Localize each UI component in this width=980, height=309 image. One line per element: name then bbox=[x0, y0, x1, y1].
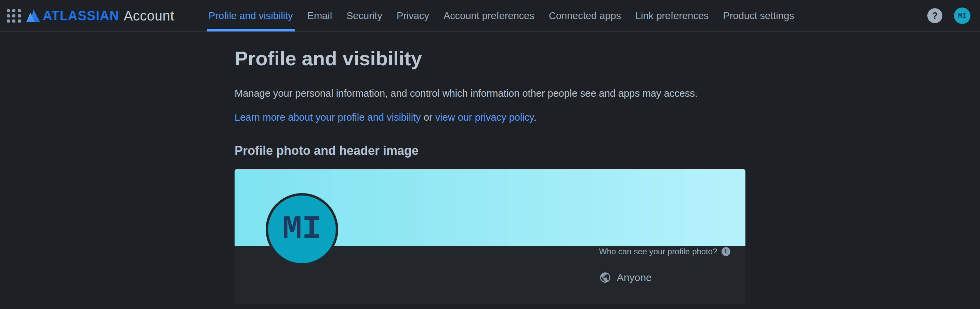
tab-profile-and-visibility[interactable]: Profile and visibility bbox=[208, 0, 293, 32]
grid-dot bbox=[18, 19, 21, 22]
period-text: . bbox=[534, 112, 536, 123]
user-avatar[interactable]: MI bbox=[954, 8, 970, 24]
atlassian-logo-icon bbox=[26, 10, 40, 22]
grid-dot bbox=[12, 14, 15, 17]
privacy-policy-link[interactable]: view our privacy policy bbox=[435, 112, 534, 123]
info-icon[interactable]: i bbox=[721, 247, 730, 256]
top-nav-bar: ATLASSIAN Account Profile and visibility… bbox=[0, 0, 980, 32]
conjunction-text: or bbox=[421, 112, 435, 123]
page: ATLASSIAN Account Profile and visibility… bbox=[0, 0, 980, 309]
product-name: Account bbox=[124, 9, 174, 22]
links-line: Learn more about your profile and visibi… bbox=[235, 110, 745, 124]
tab-link-preferences[interactable]: Link preferences bbox=[635, 0, 708, 32]
tab-security[interactable]: Security bbox=[346, 0, 382, 32]
profile-photo-avatar[interactable]: MI bbox=[266, 193, 338, 266]
tab-connected-apps[interactable]: Connected apps bbox=[549, 0, 621, 32]
grid-dot bbox=[12, 9, 15, 12]
grid-dot bbox=[7, 14, 10, 17]
section-title-profile-photo: Profile photo and header image bbox=[235, 143, 745, 159]
intro-text: Manage your personal information, and co… bbox=[235, 87, 745, 100]
grid-dot bbox=[7, 9, 10, 12]
visibility-selector[interactable]: Anyone bbox=[599, 271, 730, 284]
grid-dot bbox=[18, 14, 21, 17]
globe-icon bbox=[599, 271, 611, 284]
photo-visibility-block: Who can see your profile photo? i Anyone bbox=[599, 247, 730, 284]
grid-dot bbox=[18, 9, 21, 12]
primary-nav: Profile and visibilityEmailSecurityPriva… bbox=[208, 0, 794, 32]
tab-email[interactable]: Email bbox=[307, 0, 332, 32]
grid-dot bbox=[7, 19, 10, 22]
tab-account-preferences[interactable]: Account preferences bbox=[444, 0, 535, 32]
page-title: Profile and visibility bbox=[235, 46, 745, 71]
profile-photo-card: MI Who can see your profile photo? i Any… bbox=[235, 169, 745, 304]
grid-dot bbox=[12, 19, 15, 22]
main-content: Profile and visibility Manage your perso… bbox=[235, 32, 745, 304]
visibility-question-label: Who can see your profile photo? bbox=[599, 247, 718, 256]
app-switcher-icon[interactable] bbox=[7, 9, 21, 22]
visibility-label-row: Who can see your profile photo? i bbox=[599, 247, 730, 256]
visibility-value: Anyone bbox=[617, 273, 652, 283]
learn-more-link[interactable]: Learn more about your profile and visibi… bbox=[235, 112, 421, 123]
atlassian-account-logo[interactable]: ATLASSIAN Account bbox=[26, 9, 174, 22]
tab-product-settings[interactable]: Product settings bbox=[723, 0, 794, 32]
help-icon[interactable]: ? bbox=[928, 8, 942, 23]
tab-privacy[interactable]: Privacy bbox=[397, 0, 429, 32]
header-actions: ? MI bbox=[928, 0, 970, 32]
atlassian-wordmark: ATLASSIAN bbox=[43, 9, 119, 22]
